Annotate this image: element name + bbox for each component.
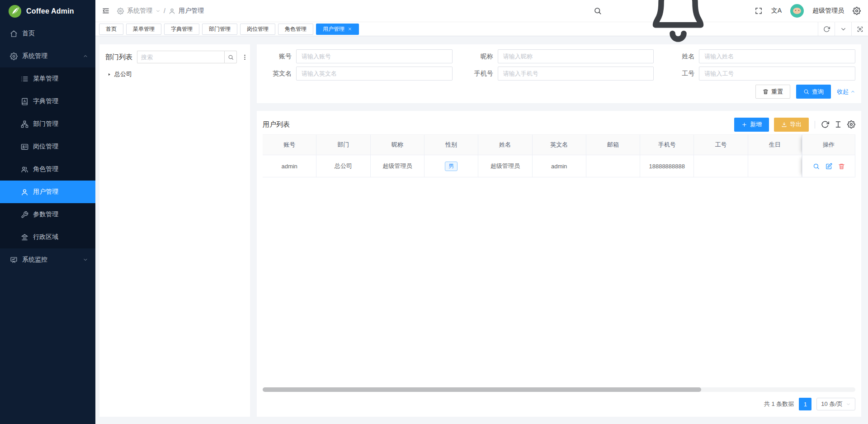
tab-menu-dropdown-button[interactable] <box>835 22 851 36</box>
avatar[interactable] <box>790 4 804 18</box>
phone-input[interactable] <box>498 67 654 81</box>
horizontal-scrollbar-thumb[interactable] <box>263 387 701 392</box>
column-header[interactable]: 姓名 <box>478 134 532 155</box>
breadcrumb: 系统管理 / 用户管理 <box>117 7 204 15</box>
close-icon[interactable] <box>348 27 352 31</box>
table-settings-button[interactable] <box>847 120 855 129</box>
column-header[interactable]: 昵称 <box>371 134 425 155</box>
sidebar-item-label: 行政区域 <box>33 233 58 241</box>
sidebar-item-post-management[interactable]: 岗位管理 <box>0 135 95 158</box>
tab-post-management[interactable]: 岗位管理 <box>240 24 275 35</box>
app-logo: Coffee Admin <box>0 0 95 22</box>
sidebar-item-user-management[interactable]: 用户管理 <box>0 181 95 203</box>
table-actions: 新增 导出 <box>734 118 855 132</box>
gear-icon[interactable] <box>853 7 861 15</box>
field-label: 昵称 <box>464 52 493 61</box>
work-no-input[interactable] <box>699 67 855 81</box>
tree-node-root[interactable]: 总公司 <box>105 70 244 78</box>
tab-department-management[interactable]: 部门管理 <box>202 24 237 35</box>
gear-icon <box>10 52 18 60</box>
sidebar-item-role-management[interactable]: 角色管理 <box>0 158 95 181</box>
refresh-table-button[interactable] <box>821 120 829 129</box>
maximize-content-button[interactable] <box>851 22 868 36</box>
field-name: 姓名 <box>665 49 855 63</box>
nickname-input[interactable] <box>498 49 654 63</box>
tab-menu-management[interactable]: 菜单管理 <box>126 24 161 35</box>
row-height-button[interactable] <box>834 120 842 129</box>
current-username[interactable]: 超级管理员 <box>812 7 844 15</box>
sidebar-item-label: 系统监控 <box>22 256 47 264</box>
fullscreen-icon[interactable] <box>755 7 763 15</box>
english-name-input[interactable] <box>296 67 453 81</box>
cell-account: admin <box>263 155 316 177</box>
leaf-logo-icon <box>8 5 22 18</box>
search-button[interactable]: 查询 <box>796 85 831 99</box>
tab-dictionary-management[interactable]: 字典管理 <box>164 24 199 35</box>
sidebar-item-administrative-region[interactable]: 行政区域 <box>0 226 95 248</box>
field-label: 姓名 <box>665 52 694 61</box>
account-input[interactable] <box>296 49 453 63</box>
search-form-actions: 重置 查询 收起 <box>263 85 855 99</box>
column-header[interactable]: 邮箱 <box>586 134 640 155</box>
sidebar-item-dictionary-management[interactable]: 字典管理 <box>0 90 95 113</box>
sidebar-item-label: 首页 <box>22 29 35 38</box>
column-header[interactable]: 性别 <box>425 134 478 155</box>
topbar: 系统管理 / 用户管理 文A 超级管理员 <box>95 0 868 22</box>
tab-label: 用户管理 <box>323 25 344 33</box>
pagination-page-1[interactable]: 1 <box>799 398 811 410</box>
collapse-sidebar-icon[interactable] <box>102 7 110 15</box>
sidebar-item-system-monitor[interactable]: 系统监控 <box>0 248 95 271</box>
sidebar-item-system-management[interactable]: 系统管理 <box>0 45 95 67</box>
tab-role-management[interactable]: 角色管理 <box>278 24 313 35</box>
department-tree-panel: 部门列表 总公司 <box>99 44 250 417</box>
notifications-button[interactable] <box>610 0 746 45</box>
column-header[interactable]: 部门 <box>316 134 370 155</box>
refresh-tab-button[interactable] <box>818 22 835 36</box>
tab-home[interactable]: 首页 <box>99 24 123 35</box>
chevron-down-icon <box>83 257 88 262</box>
gender-tag: 男 <box>445 162 458 171</box>
column-header[interactable]: 生日 <box>748 134 802 155</box>
user-list-card: 用户列表 新增 导出 <box>257 111 861 417</box>
name-input[interactable] <box>699 49 855 63</box>
cell-english-name: admin <box>533 155 586 177</box>
tab-user-management[interactable]: 用户管理 <box>316 24 359 35</box>
tab-label: 首页 <box>106 25 117 33</box>
monitor-icon <box>10 256 18 264</box>
export-button-label: 导出 <box>790 120 802 129</box>
chevron-down-icon <box>156 9 160 14</box>
edit-row-icon[interactable] <box>826 163 832 170</box>
sidebar-item-menu-management[interactable]: 菜单管理 <box>0 67 95 90</box>
tree-more-button[interactable] <box>241 54 248 61</box>
translate-icon[interactable]: 文A <box>771 7 782 15</box>
column-header[interactable]: 手机号 <box>640 134 694 155</box>
cell-work-no <box>694 155 748 177</box>
add-user-button[interactable]: 新增 <box>734 118 769 132</box>
view-row-icon[interactable] <box>813 163 820 170</box>
column-header[interactable]: 工号 <box>694 134 748 155</box>
collapse-form-link[interactable]: 收起 <box>837 88 855 96</box>
user-icon <box>21 188 28 196</box>
sidebar-item-label: 用户管理 <box>33 188 58 196</box>
search-form: 账号 昵称 姓名 英文名 <box>263 49 855 81</box>
column-header[interactable]: 英文名 <box>533 134 586 155</box>
reset-button[interactable]: 重置 <box>755 85 790 99</box>
tree-search-button[interactable] <box>224 51 237 63</box>
sidebar-item-department-management[interactable]: 部门管理 <box>0 113 95 135</box>
page-size-select[interactable]: 10 条/页 <box>816 398 855 410</box>
tree-panel-header: 部门列表 <box>105 51 244 63</box>
reset-button-label: 重置 <box>771 88 783 96</box>
delete-row-icon[interactable] <box>838 163 845 170</box>
horizontal-scrollbar-track[interactable] <box>263 387 855 392</box>
breadcrumb-section[interactable]: 系统管理 <box>127 7 152 15</box>
right-column: 账号 昵称 姓名 英文名 <box>257 44 861 417</box>
field-label: 账号 <box>263 52 292 61</box>
sidebar-item-home[interactable]: 首页 <box>0 22 95 45</box>
field-phone: 手机号 <box>464 67 654 81</box>
tree-search-input[interactable] <box>137 51 224 63</box>
column-header[interactable]: 账号 <box>263 134 316 155</box>
caret-right-icon[interactable] <box>107 72 111 76</box>
sidebar-item-parameter-management[interactable]: 参数管理 <box>0 203 95 226</box>
search-icon[interactable] <box>594 7 602 15</box>
export-button[interactable]: 导出 <box>774 118 809 132</box>
